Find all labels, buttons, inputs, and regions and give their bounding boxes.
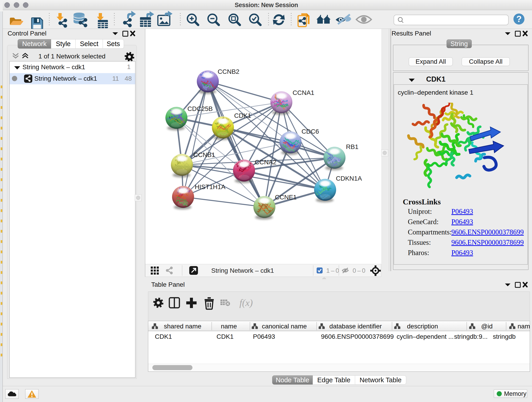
svg-text:@id: @id: [481, 323, 493, 330]
svg-text:CCNE1: CCNE1: [275, 194, 297, 201]
svg-text:CCNA1: CCNA1: [293, 89, 314, 96]
svg-text:canonical name: canonical name: [262, 323, 307, 330]
svg-text:?: ?: [516, 14, 521, 24]
svg-text:1 – 0: 1 – 0: [326, 267, 339, 274]
svg-text:CDC6: CDC6: [302, 128, 319, 135]
svg-text:name: name: [221, 323, 237, 330]
svg-text:CCNB2: CCNB2: [218, 68, 239, 75]
svg-text:namespace: namespace: [518, 323, 530, 330]
svg-text:database identifier: database identifier: [329, 323, 382, 330]
svg-text:description: description: [407, 323, 438, 330]
svg-text:RB1: RB1: [346, 143, 358, 150]
svg-text:String Network – cdk1: String Network – cdk1: [211, 267, 274, 274]
svg-text:shared name: shared name: [164, 323, 201, 330]
svg-text:f(x): f(x): [239, 298, 253, 308]
svg-text:0 – 0: 0 – 0: [353, 267, 365, 274]
svg-text:CDK1: CDK1: [234, 112, 251, 119]
svg-text:CDC25B: CDC25B: [187, 105, 213, 112]
svg-text:HIST1H1A: HIST1H1A: [195, 183, 225, 191]
svg-text:CCNA2: CCNA2: [255, 159, 277, 166]
svg-text:CCNB1: CCNB1: [193, 151, 215, 158]
svg-text:CDKN1A: CDKN1A: [336, 175, 362, 182]
